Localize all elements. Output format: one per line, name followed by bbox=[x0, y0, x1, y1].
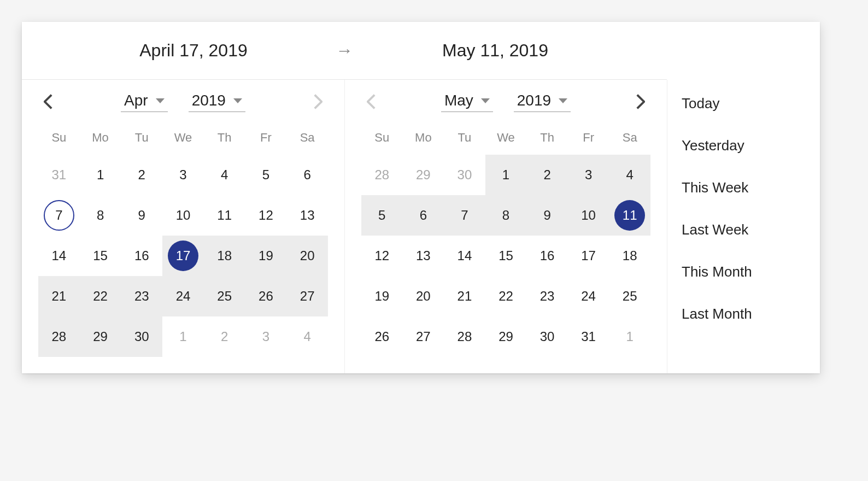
day-cell[interactable]: 1 bbox=[485, 155, 527, 195]
day-cell[interactable]: 4 bbox=[609, 155, 650, 195]
day-cell[interactable]: 21 bbox=[38, 276, 80, 316]
day-cell[interactable]: 28 bbox=[444, 316, 485, 357]
day-cell[interactable]: 17 bbox=[568, 236, 609, 276]
day-cell[interactable]: 29 bbox=[80, 316, 121, 357]
day-cell[interactable]: 8 bbox=[485, 195, 527, 236]
day-cell[interactable]: 2 bbox=[121, 155, 162, 195]
day-cell[interactable]: 2 bbox=[526, 155, 568, 195]
day-cell[interactable]: 26 bbox=[361, 316, 403, 357]
day-cell[interactable]: 31 bbox=[38, 155, 80, 195]
day-cell[interactable]: 24 bbox=[162, 276, 204, 316]
day-cell[interactable]: 3 bbox=[162, 155, 204, 195]
next-month-button[interactable] bbox=[308, 92, 328, 112]
day-number: 13 bbox=[408, 241, 438, 271]
day-cell[interactable]: 2 bbox=[204, 316, 245, 357]
day-cell[interactable]: 16 bbox=[121, 236, 162, 276]
day-number: 7 bbox=[44, 200, 74, 231]
day-cell[interactable]: 4 bbox=[204, 155, 245, 195]
day-cell[interactable]: 30 bbox=[121, 316, 162, 357]
day-cell[interactable]: 1 bbox=[162, 316, 204, 357]
day-cell[interactable]: 13 bbox=[286, 195, 328, 236]
day-number: 26 bbox=[250, 281, 281, 312]
day-cell[interactable]: 10 bbox=[568, 195, 609, 236]
day-cell[interactable]: 7 bbox=[38, 195, 80, 236]
day-number: 13 bbox=[292, 200, 322, 231]
day-cell[interactable]: 17 bbox=[162, 236, 204, 276]
day-cell[interactable]: 26 bbox=[245, 276, 287, 316]
day-cell[interactable]: 4 bbox=[286, 316, 328, 357]
right-controls: May 2019 bbox=[361, 91, 650, 112]
day-cell[interactable]: 9 bbox=[121, 195, 162, 236]
day-cell[interactable]: 8 bbox=[80, 195, 121, 236]
day-cell[interactable]: 20 bbox=[286, 236, 328, 276]
preset-last-week[interactable]: Last Week bbox=[682, 221, 806, 238]
day-cell[interactable]: 27 bbox=[403, 316, 444, 357]
prev-month-button[interactable] bbox=[361, 92, 381, 112]
day-cell[interactable]: 6 bbox=[403, 195, 444, 236]
day-cell[interactable]: 20 bbox=[403, 276, 444, 316]
day-cell[interactable]: 31 bbox=[568, 316, 609, 357]
day-cell[interactable]: 7 bbox=[444, 195, 485, 236]
preset-last-month[interactable]: Last Month bbox=[682, 306, 806, 322]
caret-down-icon bbox=[559, 98, 567, 103]
day-cell[interactable]: 22 bbox=[485, 276, 527, 316]
day-number: 4 bbox=[292, 321, 322, 352]
day-cell[interactable]: 5 bbox=[245, 155, 287, 195]
day-cell[interactable]: 23 bbox=[526, 276, 568, 316]
day-cell[interactable]: 18 bbox=[204, 236, 245, 276]
day-cell[interactable]: 16 bbox=[526, 236, 568, 276]
preset-today[interactable]: Today bbox=[682, 95, 806, 112]
day-cell[interactable]: 29 bbox=[403, 155, 444, 195]
weekday-label: Mo bbox=[403, 124, 444, 155]
year-select[interactable]: 2019 bbox=[514, 91, 571, 112]
preset-yesterday[interactable]: Yesterday bbox=[682, 137, 806, 154]
day-cell[interactable]: 19 bbox=[361, 276, 403, 316]
day-cell[interactable]: 30 bbox=[444, 155, 485, 195]
day-cell[interactable]: 24 bbox=[568, 276, 609, 316]
day-cell[interactable]: 19 bbox=[245, 236, 287, 276]
next-month-button[interactable] bbox=[631, 92, 650, 112]
month-select[interactable]: Apr bbox=[121, 91, 168, 112]
day-number: 29 bbox=[85, 321, 116, 352]
day-cell[interactable]: 21 bbox=[444, 276, 485, 316]
day-cell[interactable]: 6 bbox=[286, 155, 328, 195]
day-cell[interactable]: 28 bbox=[38, 316, 80, 357]
weekday-label: Su bbox=[361, 124, 403, 155]
day-cell[interactable]: 25 bbox=[204, 276, 245, 316]
day-cell[interactable]: 12 bbox=[361, 236, 403, 276]
day-cell[interactable]: 29 bbox=[485, 316, 527, 357]
weekday-header: SuMoTuWeThFrSa bbox=[38, 124, 328, 155]
month-select[interactable]: May bbox=[441, 91, 493, 112]
preset-this-month[interactable]: This Month bbox=[682, 263, 806, 280]
day-number: 19 bbox=[367, 281, 397, 312]
day-number: 11 bbox=[614, 200, 645, 231]
day-cell[interactable]: 28 bbox=[361, 155, 403, 195]
day-number: 1 bbox=[490, 160, 521, 190]
day-cell[interactable]: 12 bbox=[245, 195, 287, 236]
day-cell[interactable]: 15 bbox=[485, 236, 527, 276]
day-cell[interactable]: 3 bbox=[568, 155, 609, 195]
day-cell[interactable]: 14 bbox=[444, 236, 485, 276]
day-cell[interactable]: 10 bbox=[162, 195, 204, 236]
day-cell[interactable]: 1 bbox=[80, 155, 121, 195]
day-cell[interactable]: 25 bbox=[609, 276, 650, 316]
day-cell[interactable]: 27 bbox=[286, 276, 328, 316]
day-cell[interactable]: 18 bbox=[609, 236, 650, 276]
day-cell[interactable]: 1 bbox=[609, 316, 650, 357]
day-number: 24 bbox=[573, 281, 604, 312]
day-cell[interactable]: 5 bbox=[361, 195, 403, 236]
day-cell[interactable]: 9 bbox=[526, 195, 568, 236]
day-cell[interactable]: 11 bbox=[609, 195, 650, 236]
prev-month-button[interactable] bbox=[38, 92, 58, 112]
day-cell[interactable]: 22 bbox=[80, 276, 121, 316]
day-cell[interactable]: 11 bbox=[204, 195, 245, 236]
preset-this-week[interactable]: This Week bbox=[682, 179, 806, 196]
year-select[interactable]: 2019 bbox=[189, 91, 245, 112]
day-cell[interactable]: 30 bbox=[526, 316, 568, 357]
day-cell[interactable]: 14 bbox=[38, 236, 80, 276]
day-cell[interactable]: 3 bbox=[245, 316, 287, 357]
day-cell[interactable]: 15 bbox=[80, 236, 121, 276]
day-number: 23 bbox=[532, 281, 562, 312]
day-cell[interactable]: 23 bbox=[121, 276, 162, 316]
day-cell[interactable]: 13 bbox=[403, 236, 444, 276]
